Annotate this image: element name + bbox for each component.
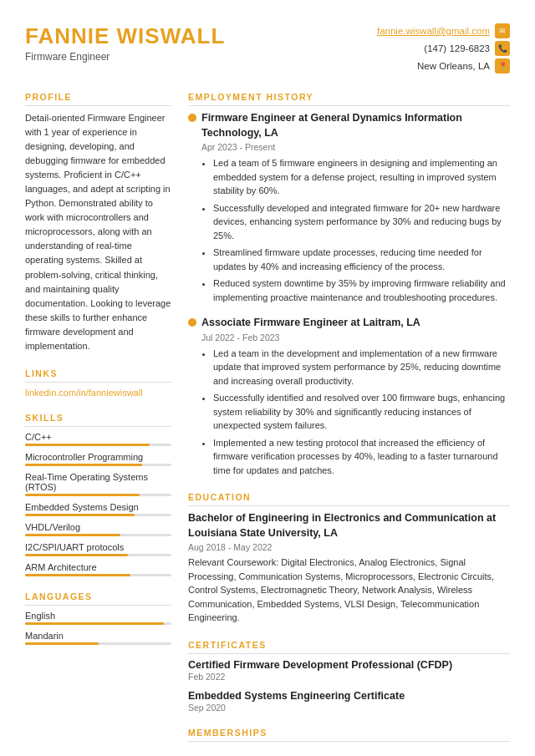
page: FANNIE WISWALL Firmware Engineer fannie.… <box>0 0 535 756</box>
edu-title: Bachelor of Engineering in Electronics a… <box>188 511 510 540</box>
jobs-list: Firmware Engineer at General Dynamics In… <box>188 111 510 477</box>
cert-title: Embedded Systems Engineering Certificate <box>188 690 510 702</box>
phone-text: (147) 129-6823 <box>424 43 490 53</box>
job-date: Jul 2022 - Feb 2023 <box>201 332 510 342</box>
languages-title: LANGUAGES <box>25 591 171 606</box>
linkedin-link[interactable]: linkedin.com/in/fanniewiswall <box>25 388 171 398</box>
skill-bar-bg <box>25 534 171 536</box>
bullet-item: Implemented a new testing protocol that … <box>213 436 510 478</box>
header-left: FANNIE WISWALL Firmware Engineer <box>25 23 225 63</box>
certificates-section: CERTIFICATES Certified Firmware Developm… <box>188 640 510 713</box>
bullet-item: Reduced system downtime by 35% by improv… <box>213 277 510 304</box>
skill-bar-bg <box>25 574 171 576</box>
language-bar-fill <box>25 642 99 645</box>
cert-date: Sep 2020 <box>188 703 510 713</box>
skill-bar-bg <box>25 494 171 496</box>
skill-name: VHDL/Verilog <box>25 522 171 532</box>
location-icon: 📍 <box>495 58 510 74</box>
skill-item: C/C++ <box>25 432 171 446</box>
job-header: Firmware Engineer at General Dynamics In… <box>188 111 510 140</box>
job-title: Associate Firmware Engineer at Laitram, … <box>201 316 420 331</box>
certificate-item: Embedded Systems Engineering Certificate… <box>188 690 510 713</box>
memberships-section: MEMBERSHIPS <box>188 728 510 742</box>
language-bar-bg <box>25 642 171 645</box>
language-name: English <box>25 611 171 621</box>
job-bullets: Led a team in the development and implem… <box>201 347 510 478</box>
language-item: Mandarin <box>25 631 171 645</box>
links-title: LINKS <box>25 368 171 383</box>
job-item: Associate Firmware Engineer at Laitram, … <box>188 316 510 477</box>
job-dot <box>188 114 196 122</box>
phone-row: (147) 129-6823 📞 <box>377 41 510 56</box>
skill-bar-bg <box>25 514 171 516</box>
candidate-name: FANNIE WISWALL <box>25 23 225 49</box>
skill-item: ARM Architecture <box>25 562 171 576</box>
certificate-item: Certified Firmware Development Professio… <box>188 659 510 682</box>
skill-item: Real-Time Operating Systems (RTOS) <box>25 472 171 496</box>
edu-date: Aug 2018 - May 2022 <box>188 542 510 552</box>
profile-title: PROFILE <box>25 92 171 106</box>
cert-title: Certified Firmware Development Professio… <box>188 659 510 671</box>
profile-text: Detail-oriented Firmware Engineer with 1… <box>25 111 171 353</box>
skill-item: VHDL/Verilog <box>25 522 171 536</box>
skill-name: Embedded Systems Design <box>25 502 171 512</box>
job-item: Firmware Engineer at General Dynamics In… <box>188 111 510 304</box>
language-bar-bg <box>25 622 171 625</box>
candidate-title: Firmware Engineer <box>25 51 225 63</box>
skill-bar-fill <box>25 444 150 446</box>
email-text[interactable]: fannie.wiswall@gmail.com <box>377 26 490 36</box>
employment-section: EMPLOYMENT HISTORY Firmware Engineer at … <box>188 92 510 477</box>
languages-section: LANGUAGES English Mandarin <box>25 591 171 645</box>
skills-section: SKILLS C/C++ Microcontroller Programming… <box>25 413 171 576</box>
skill-bar-fill <box>25 464 142 466</box>
skill-bar-fill <box>25 494 140 496</box>
certificates-title: CERTIFICATES <box>188 640 510 654</box>
left-column: PROFILE Detail-oriented Firmware Enginee… <box>25 92 171 756</box>
edu-text: Relevant Coursework: Digital Electronics… <box>188 556 510 625</box>
header-right: fannie.wiswall@gmail.com ✉ (147) 129-682… <box>377 23 510 74</box>
certificates-list: Certified Firmware Development Professio… <box>188 659 510 713</box>
job-dot <box>188 318 196 327</box>
languages-list: English Mandarin <box>25 611 171 645</box>
profile-section: PROFILE Detail-oriented Firmware Enginee… <box>25 92 171 353</box>
skill-bar-bg <box>25 554 171 556</box>
skill-item: Microcontroller Programming <box>25 452 171 466</box>
location-row: New Orleans, LA 📍 <box>377 58 510 74</box>
location-text: New Orleans, LA <box>417 61 490 71</box>
skill-bar-fill <box>25 554 128 556</box>
right-column: EMPLOYMENT HISTORY Firmware Engineer at … <box>188 92 510 756</box>
skill-name: Real-Time Operating Systems (RTOS) <box>25 472 171 492</box>
education-item: Bachelor of Engineering in Electronics a… <box>188 511 510 625</box>
email-row: fannie.wiswall@gmail.com ✉ <box>377 23 510 38</box>
skill-name: ARM Architecture <box>25 562 171 572</box>
skill-bar-fill <box>25 574 130 576</box>
phone-icon: 📞 <box>495 41 510 56</box>
job-header: Associate Firmware Engineer at Laitram, … <box>188 316 510 331</box>
skill-bar-fill <box>25 514 135 516</box>
body: PROFILE Detail-oriented Firmware Enginee… <box>25 92 510 756</box>
bullet-item: Streamlined firmware update processes, r… <box>213 246 510 273</box>
skills-list: C/C++ Microcontroller Programming Real-T… <box>25 432 171 576</box>
employment-title: EMPLOYMENT HISTORY <box>188 92 510 106</box>
language-item: English <box>25 611 171 625</box>
memberships-title: MEMBERSHIPS <box>188 728 510 742</box>
email-icon: ✉ <box>495 23 510 38</box>
job-date: Apr 2023 - Present <box>201 142 510 152</box>
language-name: Mandarin <box>25 631 171 641</box>
cert-date: Feb 2022 <box>188 672 510 682</box>
education-section: EDUCATION Bachelor of Engineering in Ele… <box>188 492 510 625</box>
skill-item: I2C/SPI/UART protocols <box>25 542 171 556</box>
skills-title: SKILLS <box>25 413 171 427</box>
job-bullets: Led a team of 5 firmware engineers in de… <box>201 156 510 304</box>
education-title: EDUCATION <box>188 492 510 506</box>
header: FANNIE WISWALL Firmware Engineer fannie.… <box>25 23 510 74</box>
bullet-item: Led a team in the development and implem… <box>213 347 510 388</box>
bullet-item: Successfully identified and resolved ove… <box>213 391 510 433</box>
skill-name: Microcontroller Programming <box>25 452 171 462</box>
skill-bar-fill <box>25 534 120 536</box>
language-bar-fill <box>25 622 164 625</box>
bullet-item: Led a team of 5 firmware engineers in de… <box>213 156 510 198</box>
skill-name: I2C/SPI/UART protocols <box>25 542 171 552</box>
skill-bar-bg <box>25 444 171 446</box>
skill-bar-bg <box>25 464 171 466</box>
